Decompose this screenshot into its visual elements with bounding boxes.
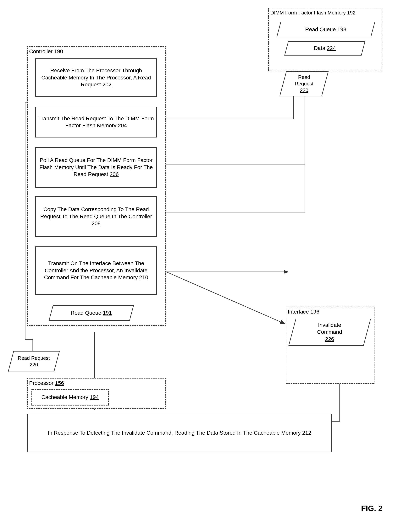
read-queue-191: Read Queue 191 <box>49 305 134 321</box>
cacheable-memory-box: Cacheable Memory 194 <box>32 389 109 405</box>
step-202-box: Receive From The Processor Through Cache… <box>35 58 157 97</box>
step-210-box: Transmit On The Interface Between The Co… <box>35 247 157 295</box>
interface-label: Interface 196 <box>288 309 319 315</box>
controller-box: Controller 190 Receive From The Processo… <box>27 46 166 326</box>
svg-line-33 <box>166 272 285 324</box>
figure-label: FIG. 2 <box>361 504 383 513</box>
dimm-label: DIMM Form Factor Flash Memory 192 <box>270 10 356 16</box>
read-request-220-top: ReadRequest220 <box>280 71 329 96</box>
dimm-box: DIMM Form Factor Flash Memory 192 Read Q… <box>268 8 382 71</box>
invalidate-226: InvalidateCommand226 <box>288 319 371 346</box>
step-204-box: Transmit The Read Request To The DIMM Fo… <box>35 107 157 138</box>
diagram: DIMM Form Factor Flash Memory 192 Read Q… <box>0 0 398 532</box>
step-208-box: Copy The Data Corresponding To The Read … <box>35 196 157 237</box>
step-212-box: In Response To Detecting The Invalidate … <box>27 414 332 452</box>
data-224: Data 224 <box>284 41 365 56</box>
interface-box: Interface 196 InvalidateCommand226 <box>286 307 374 384</box>
read-request-220-bottom: Read Request220 <box>8 351 60 372</box>
read-queue-193: Read Queue 193 <box>276 22 375 37</box>
svg-marker-23 <box>284 270 288 273</box>
step-206-box: Poll A Read Queue For The DIMM Form Fact… <box>35 147 157 188</box>
processor-box: Processor 156 Cacheable Memory 194 <box>27 378 166 409</box>
processor-label: Processor 156 <box>29 380 64 386</box>
controller-label: Controller 190 <box>29 48 63 55</box>
